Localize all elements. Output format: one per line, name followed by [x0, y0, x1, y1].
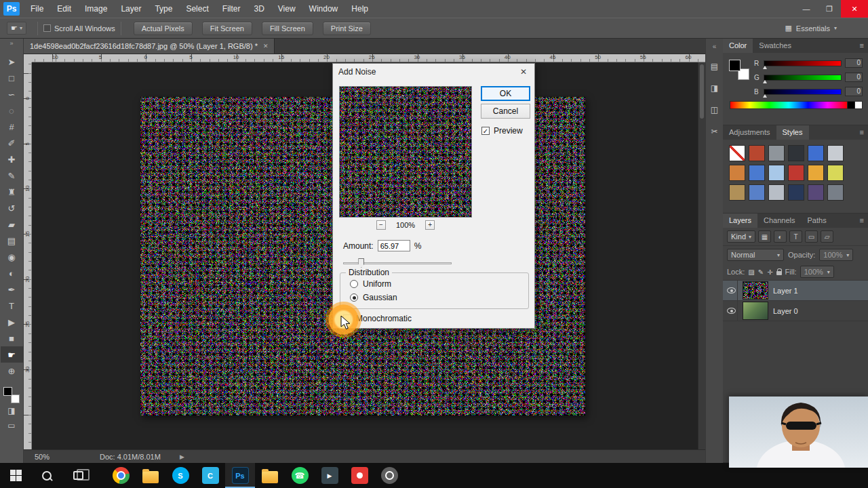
layer-filter-kind-dropdown[interactable]: Kind ▾ — [727, 230, 755, 243]
style-swatch[interactable] — [827, 184, 844, 201]
channel-slider[interactable] — [764, 75, 842, 81]
blend-mode-dropdown[interactable]: Normal ▾ — [727, 249, 784, 261]
start-button[interactable] — [0, 463, 31, 488]
expand-panels-icon[interactable]: « — [713, 43, 717, 50]
channel-value[interactable]: 0 — [845, 87, 863, 96]
filter-shape-layers-icon[interactable]: ▭ — [805, 230, 818, 243]
preview-checkbox[interactable]: ✓ — [481, 127, 490, 135]
style-swatch[interactable] — [808, 145, 824, 161]
style-swatch[interactable] — [788, 145, 804, 161]
gaussian-option[interactable]: Gaussian — [350, 293, 397, 302]
pen-tool[interactable]: ✒ — [1, 281, 23, 298]
scrollbar-thumb[interactable] — [700, 64, 704, 119]
style-swatch[interactable] — [827, 145, 844, 161]
menu-item[interactable]: 3D — [247, 0, 271, 18]
layer-thumbnail[interactable] — [743, 281, 768, 300]
photoshop-taskbar-icon[interactable]: Ps — [225, 463, 255, 488]
history-brush-tool[interactable]: ↺ — [1, 200, 23, 216]
visibility-toggle[interactable] — [726, 281, 738, 300]
style-swatch[interactable] — [729, 165, 745, 181]
view-button[interactable]: Actual Pixels — [134, 22, 193, 35]
amount-slider[interactable] — [343, 258, 452, 268]
gaussian-radio[interactable] — [350, 293, 358, 302]
menu-item[interactable]: Select — [179, 0, 215, 18]
eraser-tool[interactable]: ▰ — [1, 216, 23, 232]
screen-mode-button[interactable]: ▭ — [1, 418, 23, 433]
layer-name[interactable]: Layer 0 — [773, 307, 798, 315]
lock-position-icon[interactable]: ✛ — [767, 268, 772, 276]
amount-input[interactable] — [378, 240, 410, 251]
slider-thumb[interactable] — [358, 258, 364, 268]
style-swatch[interactable] — [768, 165, 785, 181]
dialog-title-bar[interactable]: Add Noise ✕ — [333, 64, 534, 80]
status-options-arrow[interactable]: ▶ — [180, 453, 184, 460]
skype-icon[interactable]: S — [165, 463, 195, 488]
fill-dropdown[interactable]: 100% ▾ — [800, 266, 834, 278]
style-swatch[interactable] — [827, 165, 844, 181]
brush-tool[interactable]: ✎ — [1, 167, 23, 184]
history-panel-icon[interactable]: ▤ — [711, 61, 718, 72]
clone-stamp-tool[interactable]: ♜ — [1, 184, 23, 200]
panel-menu-icon[interactable]: ≡ — [860, 128, 864, 136]
layer-name[interactable]: Layer 1 — [773, 287, 798, 295]
black-swatch[interactable] — [848, 101, 855, 109]
preview-option[interactable]: ✓ Preview — [481, 126, 523, 136]
filter-smart-objects-icon[interactable]: ▱ — [821, 230, 833, 243]
hand-tool[interactable]: ☛ — [1, 346, 23, 363]
view-button[interactable]: Print Size — [323, 22, 371, 35]
view-button[interactable]: Fit Screen — [202, 22, 252, 35]
panel-menu-icon[interactable]: ≡ — [860, 41, 864, 49]
uniform-option[interactable]: Uniform — [350, 279, 391, 289]
layer-row[interactable]: Layer 0 — [723, 301, 868, 321]
view-button[interactable]: Fill Screen — [262, 22, 313, 35]
cancel-button[interactable]: Cancel — [481, 104, 530, 119]
panel-menu-icon[interactable]: ≡ — [860, 216, 864, 224]
foreground-background-colors[interactable] — [729, 60, 749, 80]
foreground-background-colors[interactable] — [3, 387, 20, 403]
whatsapp-icon[interactable]: ☎ — [285, 463, 315, 488]
tab-channels[interactable]: Channels — [757, 214, 801, 228]
folder-icon[interactable] — [255, 463, 285, 488]
clip-panel-icon[interactable]: ✂ — [711, 126, 717, 137]
style-swatch[interactable] — [749, 165, 765, 181]
chrome-icon[interactable] — [106, 463, 136, 488]
menu-item[interactable]: Image — [78, 0, 114, 18]
zoom-tool[interactable]: ⊕ — [1, 363, 23, 379]
dodge-tool[interactable]: ◐ — [1, 265, 23, 281]
style-swatch[interactable] — [788, 184, 804, 201]
slider-thumb[interactable] — [763, 94, 767, 98]
layer-thumbnail[interactable] — [743, 302, 768, 320]
menu-item[interactable]: Window — [302, 0, 345, 18]
rectangular-marquee-tool[interactable]: □ — [1, 70, 23, 86]
healing-brush-tool[interactable]: ✚ — [1, 151, 23, 167]
device-preview-panel-icon[interactable]: ◫ — [711, 104, 718, 115]
style-swatch[interactable] — [749, 145, 765, 161]
foreground-color-swatch[interactable] — [3, 387, 12, 396]
gradient-tool[interactable]: ▤ — [1, 232, 23, 249]
channel-slider[interactable] — [764, 60, 842, 66]
screen-recorder-icon[interactable] — [344, 463, 374, 488]
style-none[interactable] — [729, 145, 745, 161]
tab-styles[interactable]: Styles — [776, 125, 809, 140]
media-player-icon[interactable]: ▶ — [315, 463, 344, 488]
quick-selection-tool[interactable]: ◌ — [1, 102, 23, 119]
zoom-out-button[interactable]: − — [376, 220, 386, 230]
file-explorer-icon[interactable] — [136, 463, 165, 488]
menu-item[interactable]: Help — [344, 0, 375, 18]
filter-adjustment-layers-icon[interactable]: ◐ — [774, 230, 787, 243]
tab-adjustments[interactable]: Adjustments — [723, 125, 776, 140]
uniform-radio[interactable] — [350, 280, 358, 288]
style-swatch[interactable] — [808, 165, 824, 181]
style-swatch[interactable] — [808, 184, 824, 201]
tab-color[interactable]: Color — [723, 39, 753, 53]
filter-type-layers-icon[interactable]: T — [789, 230, 802, 243]
workspace-switcher[interactable]: ▦ Essentials ▾ — [785, 24, 837, 33]
menu-item[interactable]: Filter — [216, 0, 248, 18]
channel-value[interactable]: 0 — [845, 58, 863, 68]
document-tab[interactable]: 1de4598ead0b2facf23616d18fc78d87.jpg @ 5… — [24, 39, 275, 54]
ok-button[interactable]: OK — [481, 86, 530, 101]
path-selection-tool[interactable]: ▶ — [1, 314, 23, 330]
style-swatch[interactable] — [749, 184, 765, 201]
scroll-all-windows-checkbox[interactable] — [43, 24, 51, 32]
lasso-tool[interactable]: ∽ — [1, 86, 23, 102]
